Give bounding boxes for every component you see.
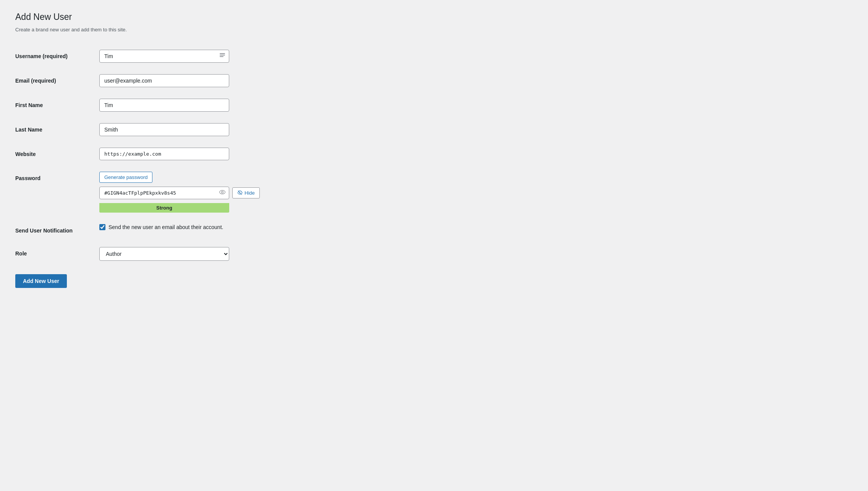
username-label: Username (required) [15, 44, 99, 68]
notification-label: Send User Notification [15, 218, 99, 241]
password-input-wrapper [99, 187, 229, 199]
email-label: Email (required) [15, 68, 99, 93]
notification-checkbox[interactable] [99, 224, 105, 230]
svg-rect-0 [220, 53, 225, 54]
notification-row: Send User Notification Send the new user… [15, 218, 329, 241]
last-name-cell [99, 117, 329, 142]
add-new-user-button[interactable]: Add New User [15, 274, 67, 288]
role-row: Role Subscriber Contributor Author Edito… [15, 241, 329, 267]
email-row: Email (required) [15, 68, 329, 93]
website-row: Website [15, 142, 329, 166]
hide-button-label: Hide [245, 190, 255, 196]
website-label: Website [15, 142, 99, 166]
password-row: Password Generate password [15, 166, 329, 218]
username-cell [99, 44, 329, 68]
eye-slash-icon [237, 190, 243, 195]
username-row: Username (required) [15, 44, 329, 68]
generate-password-button[interactable]: Generate password [99, 172, 152, 183]
username-input[interactable] [99, 50, 229, 63]
notification-text: Send the new user an email about their a… [108, 224, 223, 230]
svg-rect-1 [220, 55, 225, 55]
website-cell [99, 142, 329, 166]
password-label: Password [15, 166, 99, 218]
website-input[interactable] [99, 148, 229, 160]
form-table: Username (required) [15, 44, 329, 267]
notification-wrapper: Send the new user an email about their a… [99, 224, 329, 230]
role-select[interactable]: Subscriber Contributor Author Editor Adm… [99, 247, 229, 261]
notification-cell: Send the new user an email about their a… [99, 218, 329, 241]
page-container: Add New User Create a brand new user and… [0, 0, 344, 299]
username-wrapper [99, 50, 229, 63]
first-name-input[interactable] [99, 99, 229, 112]
role-label: Role [15, 241, 99, 267]
add-user-form: Username (required) [15, 44, 329, 288]
last-name-input[interactable] [99, 123, 229, 136]
password-strength-bar: Strong [99, 203, 229, 213]
svg-point-3 [222, 191, 223, 193]
last-name-row: Last Name [15, 117, 329, 142]
first-name-cell [99, 93, 329, 117]
password-input[interactable] [99, 187, 229, 199]
password-cell: Generate password [99, 166, 329, 218]
password-eye-icon[interactable] [219, 189, 225, 197]
email-cell [99, 68, 329, 93]
svg-rect-2 [220, 56, 223, 57]
role-cell: Subscriber Contributor Author Editor Adm… [99, 241, 329, 267]
page-subtitle: Create a brand new user and add them to … [15, 27, 329, 33]
password-section: Generate password [99, 172, 329, 213]
page-title: Add New User [15, 11, 329, 23]
first-name-row: First Name [15, 93, 329, 117]
last-name-label: Last Name [15, 117, 99, 142]
hide-password-button[interactable]: Hide [232, 187, 260, 198]
first-name-label: First Name [15, 93, 99, 117]
username-icon [219, 52, 225, 60]
email-input[interactable] [99, 74, 229, 87]
password-field-wrapper: Hide [99, 187, 329, 199]
